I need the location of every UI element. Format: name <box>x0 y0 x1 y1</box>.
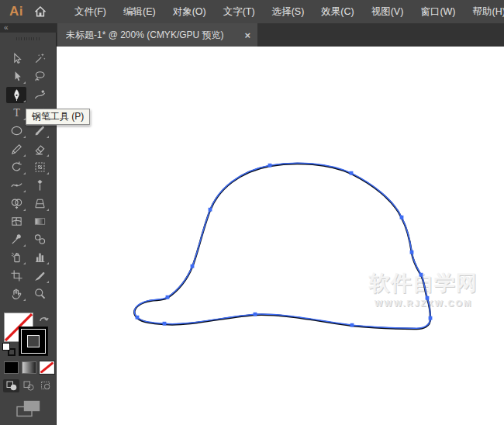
app-logo: Ai <box>9 4 23 19</box>
tab-close-icon[interactable]: × <box>244 30 250 40</box>
tooltip-text: 钢笔工具 (P) <box>32 110 84 123</box>
stroke-color-swatch[interactable] <box>19 327 48 356</box>
screen-mode-button[interactable] <box>0 399 57 419</box>
menu-item[interactable]: 窗口(W) <box>412 5 464 19</box>
menu-item[interactable]: 编辑(E) <box>115 5 164 19</box>
draw-normal-button[interactable] <box>3 379 19 392</box>
anchor-point[interactable] <box>400 216 404 219</box>
menu-item[interactable]: 视图(V) <box>363 5 413 19</box>
document-tab[interactable]: 未标题-1* @ 200% (CMYK/GPU 预览) × <box>57 23 257 47</box>
document-tabbar: 未标题-1* @ 200% (CMYK/GPU 预览) × <box>57 23 504 47</box>
swap-fill-stroke-icon[interactable] <box>38 313 50 327</box>
helmet-path-stroke[interactable] <box>134 164 430 329</box>
tools-rail: « <box>0 23 57 425</box>
menu-item[interactable]: 选择(S) <box>264 5 313 19</box>
menu-items: 文件(F)编辑(E)对象(O)文字(T)选择(S)效果(C)视图(V)窗口(W)… <box>66 0 504 23</box>
anchor-points <box>136 164 433 327</box>
pen-path-artwork <box>57 47 504 425</box>
anchor-point[interactable] <box>426 296 430 300</box>
color-button[interactable] <box>4 361 19 374</box>
anchor-point[interactable] <box>136 316 140 320</box>
menu-item[interactable]: 帮助(H) <box>464 5 504 19</box>
gradient-button[interactable] <box>22 361 36 374</box>
anchor-point[interactable] <box>429 316 433 320</box>
artboard-canvas[interactable]: 软件自学网 WWW.RJZXW.COM <box>57 47 504 425</box>
toolbar-panel <box>0 33 57 425</box>
color-type-buttons <box>0 361 57 374</box>
screen-mode-icon <box>15 399 42 419</box>
color-controls <box>0 33 56 425</box>
helmet-path-selection[interactable] <box>134 163 430 328</box>
menu-item[interactable]: 对象(O) <box>164 5 215 19</box>
draw-mode-buttons <box>0 379 57 392</box>
panel-collapse-button[interactable]: « <box>0 23 57 33</box>
none-button[interactable] <box>40 361 54 374</box>
menubar: Ai 文件(F)编辑(E)对象(O)文字(T)选择(S)效果(C)视图(V)窗口… <box>0 0 504 23</box>
pen-tool-tooltip: 钢笔工具 (P) <box>26 109 90 125</box>
anchor-point[interactable] <box>410 251 414 254</box>
collapse-chevrons-icon: « <box>4 23 8 32</box>
draw-behind-button[interactable] <box>20 379 36 392</box>
menu-item[interactable]: 效果(C) <box>312 5 362 19</box>
anchor-point[interactable] <box>209 208 212 212</box>
anchor-point[interactable] <box>163 322 167 326</box>
anchor-point[interactable] <box>166 295 170 299</box>
anchor-point[interactable] <box>350 171 354 175</box>
illustrator-window: Ai 文件(F)编辑(E)对象(O)文字(T)选择(S)效果(C)视图(V)窗口… <box>0 0 504 425</box>
anchor-point[interactable] <box>268 164 272 168</box>
none-diagonal-icon <box>40 362 54 373</box>
home-icon[interactable] <box>33 5 47 19</box>
anchor-point[interactable] <box>350 323 354 327</box>
anchor-point[interactable] <box>254 313 257 316</box>
document-tab-title: 未标题-1* @ 200% (CMYK/GPU 预览) <box>66 29 240 42</box>
anchor-point[interactable] <box>191 264 195 268</box>
menu-item[interactable]: 文件(F) <box>66 5 115 19</box>
draw-inside-button[interactable] <box>37 379 54 392</box>
default-fill-stroke-button[interactable] <box>2 343 16 356</box>
anchor-point[interactable] <box>419 273 423 277</box>
menu-item[interactable]: 文字(T) <box>215 5 264 19</box>
